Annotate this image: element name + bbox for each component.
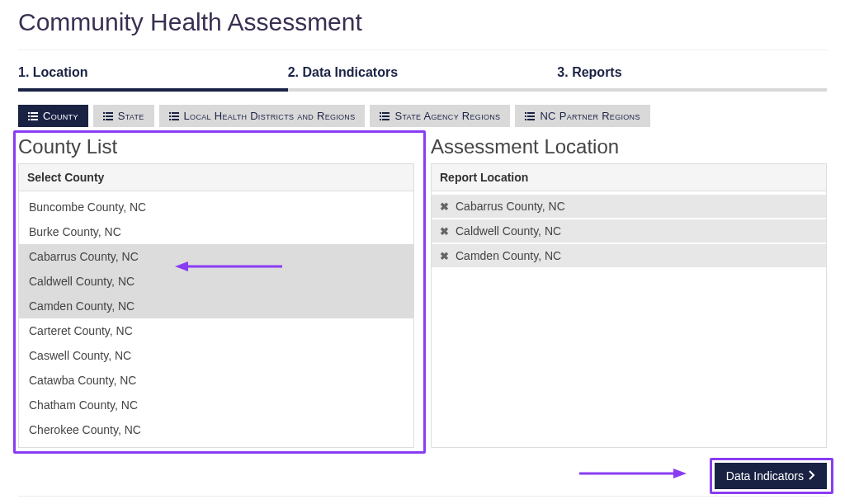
svg-rect-28	[525, 119, 526, 120]
svg-rect-24	[525, 112, 526, 114]
svg-marker-33	[673, 469, 687, 478]
svg-rect-12	[169, 112, 171, 114]
county-item[interactable]: Buncombe County, NC	[19, 195, 413, 219]
svg-rect-0	[28, 112, 30, 114]
selected-location-item: ✖Camden County, NC	[432, 244, 826, 267]
county-list-header: Select County	[19, 164, 413, 191]
list-icon	[169, 112, 179, 120]
region-tab-nc-partner-regions[interactable]: NC Partner Regions	[515, 105, 649, 127]
county-item[interactable]: Caldwell County, NC	[19, 269, 413, 294]
svg-rect-13	[172, 112, 179, 114]
remove-location-icon[interactable]: ✖	[440, 200, 449, 213]
svg-rect-9	[106, 115, 113, 117]
county-item[interactable]: Caswell County, NC	[19, 343, 413, 368]
arrow-annotation-next	[579, 468, 687, 479]
selected-location-label: Camden County, NC	[456, 249, 561, 262]
region-tab-label: NC Partner Regions	[540, 110, 640, 122]
region-tab-state[interactable]: State	[93, 105, 154, 127]
svg-rect-17	[172, 119, 179, 120]
svg-rect-18	[380, 112, 381, 114]
region-tab-label: State Agency Regions	[394, 110, 500, 122]
svg-rect-19	[382, 112, 389, 114]
step-2[interactable]: 2. Data Indicators	[288, 59, 558, 92]
selected-location-item: ✖Caldwell County, NC	[432, 219, 826, 243]
region-tab-state-agency-regions[interactable]: State Agency Regions	[370, 105, 510, 127]
step-3[interactable]: 3. Reports	[557, 59, 827, 92]
region-tab-label: County	[43, 110, 78, 122]
report-location-header: Report Location	[432, 164, 826, 191]
list-icon	[525, 112, 535, 120]
svg-rect-6	[103, 112, 105, 114]
county-item[interactable]: Burke County, NC	[19, 219, 413, 244]
county-item[interactable]: Catawba County, NC	[19, 368, 413, 393]
svg-rect-7	[106, 112, 113, 114]
remove-location-icon[interactable]: ✖	[440, 225, 449, 238]
assessment-location-title: Assessment Location	[431, 135, 827, 158]
svg-rect-27	[527, 115, 535, 117]
list-icon	[28, 112, 38, 120]
county-item[interactable]: Camden County, NC	[19, 294, 413, 318]
svg-rect-14	[169, 115, 171, 117]
region-tab-local-health-districts-and-regions[interactable]: Local Health Districts and Regions	[159, 105, 366, 127]
step-1[interactable]: 1. Location	[18, 59, 288, 92]
svg-rect-3	[31, 115, 38, 117]
county-list-title: County List	[18, 135, 414, 158]
list-icon	[380, 112, 389, 120]
county-item[interactable]: Carteret County, NC	[19, 318, 413, 343]
svg-rect-23	[382, 119, 389, 120]
selected-location-item: ✖Cabarrus County, NC	[432, 195, 826, 218]
chevron-right-icon	[809, 469, 815, 483]
step-nav: 1. Location2. Data Indicators3. Reports	[18, 59, 827, 92]
report-location-scroll[interactable]: ✖Cabarrus County, NC✖Caldwell County, NC…	[432, 191, 826, 447]
svg-rect-25	[527, 112, 535, 114]
region-tab-county[interactable]: County	[18, 105, 88, 127]
svg-rect-10	[103, 119, 105, 120]
svg-rect-5	[31, 119, 38, 120]
svg-rect-29	[527, 119, 535, 120]
county-item[interactable]: Cherokee County, NC	[19, 417, 413, 442]
svg-rect-22	[380, 119, 381, 120]
svg-rect-20	[380, 115, 381, 117]
county-item[interactable]: Chowan County, NC	[19, 442, 413, 447]
svg-rect-11	[106, 119, 113, 120]
county-item[interactable]: Chatham County, NC	[19, 393, 413, 417]
assessment-location-panel: Assessment Location Report Location ✖Cab…	[431, 135, 827, 448]
region-tab-label: State	[118, 110, 144, 122]
region-tab-label: Local Health Districts and Regions	[184, 110, 356, 122]
svg-rect-21	[382, 115, 389, 117]
svg-rect-4	[28, 119, 30, 120]
svg-rect-26	[525, 115, 526, 117]
list-icon	[103, 112, 113, 120]
selected-location-label: Cabarrus County, NC	[456, 200, 565, 213]
svg-rect-15	[172, 115, 179, 117]
svg-rect-8	[103, 115, 105, 117]
selected-location-label: Caldwell County, NC	[456, 224, 561, 238]
page-title: Community Health Assessment	[18, 0, 827, 50]
county-list-scroll[interactable]: Buncombe County, NCBurke County, NCCabar…	[19, 191, 413, 447]
svg-rect-2	[28, 115, 30, 117]
region-tabs: CountyStateLocal Health Districts and Re…	[18, 105, 827, 127]
data-indicators-button[interactable]: Data Indicators	[715, 463, 827, 489]
remove-location-icon[interactable]: ✖	[440, 250, 449, 262]
next-button-label: Data Indicators	[726, 469, 804, 483]
svg-rect-16	[169, 119, 171, 120]
svg-rect-1	[31, 112, 38, 114]
county-list-panel: County List Select County Buncombe Count…	[18, 135, 414, 448]
county-item[interactable]: Cabarrus County, NC	[19, 244, 413, 269]
